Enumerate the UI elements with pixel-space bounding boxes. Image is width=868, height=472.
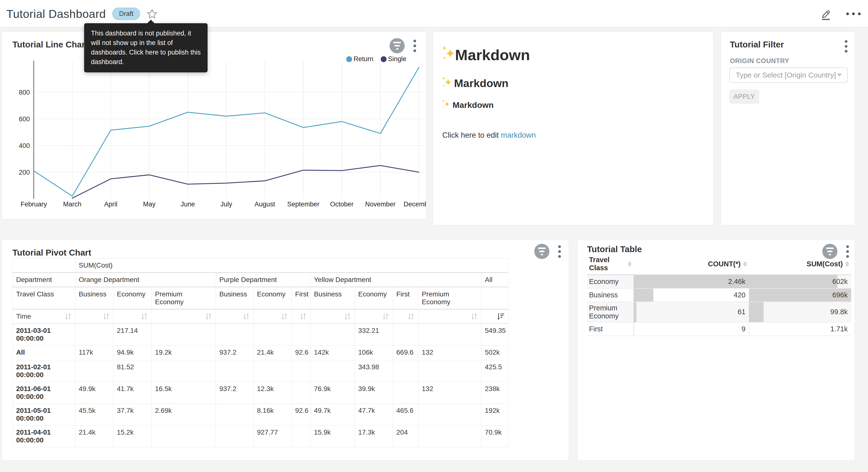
pivot-row-label: 2011-06-01 00:00:00 <box>13 382 75 404</box>
sort-icon[interactable] <box>281 313 288 320</box>
pivot-col-header <box>482 287 508 309</box>
pivot-col-header: Economy <box>114 287 152 309</box>
pivot-cell: 15.2k <box>114 425 152 447</box>
sort-icon[interactable] <box>64 313 72 320</box>
table-card: Tutorial Table Travel Class COUNT(*) SUM… <box>577 240 855 461</box>
pivot-cell: 41.7k <box>114 382 152 404</box>
pivot-cell <box>292 360 311 382</box>
filter-card: Tutorial Filter ORIGIN COUNTRY Type or S… <box>721 32 855 225</box>
pivot-cell <box>418 324 482 346</box>
pivot-sort-cell <box>355 309 393 324</box>
pivot-row-label: All <box>13 346 75 360</box>
pivot-cell: 465.6 <box>393 404 418 425</box>
page-title: Tutorial Dashboard <box>6 7 106 21</box>
sum-cost-cell: 99.8k <box>749 302 851 322</box>
pivot-corner-cell <box>13 259 75 273</box>
pivot-cell <box>311 324 355 346</box>
pivot-row-label: 2011-02-01 00:00:00 <box>13 360 75 382</box>
svg-text:June: June <box>181 201 195 208</box>
pivot-cell <box>253 360 292 382</box>
svg-text:400: 400 <box>19 142 30 149</box>
pivot-row-label: 2011-04-01 00:00:00 <box>13 425 75 447</box>
sort-icon[interactable] <box>382 313 389 320</box>
markdown-h1-text: Markdown <box>455 46 530 64</box>
chevron-down-icon <box>837 73 842 77</box>
pivot-cell: 937.2 <box>216 382 253 404</box>
pivot-sort-cell <box>311 309 355 324</box>
kebab-menu-icon[interactable] <box>844 39 848 54</box>
table-row: Economy 2.46k 602k <box>587 275 851 288</box>
sort-icon[interactable] <box>300 313 307 320</box>
pivot-cell: 8.16k <box>253 404 292 425</box>
pivot-cell: 204 <box>393 425 418 447</box>
pivot-col-header: First <box>292 287 311 309</box>
pivot-cell: 343.98 <box>355 360 393 382</box>
pivot-cell: 2.69k <box>152 404 216 425</box>
markdown-h1: Markdown <box>442 46 704 64</box>
pivot-row: 2011-04-01 00:00:0021.4k15.2k927.7715.9k… <box>13 425 508 447</box>
pivot-cell <box>216 360 253 382</box>
pivot-cell: 47.7k <box>355 404 393 425</box>
draft-badge[interactable]: Draft <box>112 7 141 20</box>
pivot-cell <box>418 404 482 425</box>
pivot-cell <box>292 382 311 404</box>
sparkles-icon <box>442 77 452 90</box>
more-menu-icon[interactable] <box>846 12 861 15</box>
select-placeholder: Type or Select [Origin Country] <box>736 71 836 79</box>
pivot-cell: 92.6 <box>292 346 311 360</box>
table-row: Premium Economy 61 99.8k <box>587 302 851 322</box>
pivot-cell: 217.14 <box>114 324 152 346</box>
apply-button[interactable]: APPLY <box>730 89 759 104</box>
svg-text:December: December <box>404 201 426 208</box>
line-chart-plot[interactable]: 200400600800FebruaryMarchAprilMayJuneJul… <box>2 32 426 219</box>
line-chart-card: Tutorial Line Chart Return Single 200400… <box>1 32 426 219</box>
col-header-sum-cost[interactable]: SUM(Cost) <box>749 254 851 275</box>
pivot-cell <box>216 425 253 447</box>
sort-icon[interactable] <box>628 261 631 267</box>
sort-icon[interactable] <box>845 261 849 267</box>
origin-country-select[interactable]: Type or Select [Origin Country] <box>730 67 848 83</box>
table-row: Business 420 696k <box>587 288 851 302</box>
origin-country-label: ORIGIN COUNTRY <box>730 57 789 65</box>
kebab-menu-icon[interactable] <box>557 244 562 259</box>
sort-icon[interactable] <box>243 313 250 320</box>
pivot-cell: 94.9k <box>114 346 152 360</box>
pivot-sort-cell <box>292 309 311 324</box>
svg-text:February: February <box>21 201 47 208</box>
sort-icon[interactable] <box>407 313 415 320</box>
pivot-chart-card: Tutorial Pivot Chart SUM(Cost)Department… <box>1 240 569 461</box>
pivot-cell <box>75 324 114 346</box>
pivot-cell <box>152 360 216 382</box>
header-right <box>819 0 861 28</box>
pivot-table: SUM(Cost)DepartmentOrange DepartmentPurp… <box>12 258 508 447</box>
markdown-h2-text: Markdown <box>454 77 508 90</box>
sort-icon[interactable] <box>205 313 212 320</box>
publish-tooltip[interactable]: This dashboard is not published, it will… <box>84 23 208 72</box>
markdown-edit-link[interactable]: markdown <box>501 131 536 139</box>
pivot-col-header: Business <box>311 287 355 309</box>
pivot-cell: 92.6 <box>292 404 311 425</box>
pivot-row-label: 2011-03-01 00:00:00 <box>13 324 75 346</box>
pivot-cell <box>253 324 292 346</box>
travel-class-cell: First <box>587 322 633 336</box>
data-table: Travel Class COUNT(*) SUM(Cost) Economy … <box>587 254 851 336</box>
star-icon[interactable] <box>147 8 158 20</box>
sort-desc-icon[interactable] <box>497 313 505 320</box>
pivot-cell <box>393 360 418 382</box>
col-header-count[interactable]: COUNT(*) <box>633 254 749 275</box>
svg-text:October: October <box>330 201 353 208</box>
sort-icon[interactable] <box>102 313 110 320</box>
pivot-row: 2011-02-01 00:00:0081.52343.98425.5 <box>13 360 508 382</box>
col-header-travel-class[interactable]: Travel Class <box>587 254 633 275</box>
sort-icon[interactable] <box>743 261 747 267</box>
sort-icon[interactable] <box>344 313 351 320</box>
sort-icon[interactable] <box>470 313 478 320</box>
sort-icon[interactable] <box>141 313 148 320</box>
edit-pencil-icon[interactable] <box>819 7 833 21</box>
pivot-cell: 45.5k <box>75 404 114 425</box>
filter-indicator-icon[interactable] <box>534 244 549 259</box>
count-cell: 420 <box>633 288 749 302</box>
pivot-cell <box>311 360 355 382</box>
pivot-sort-cell <box>393 309 418 324</box>
pivot-cell: 425.5 <box>482 360 508 382</box>
